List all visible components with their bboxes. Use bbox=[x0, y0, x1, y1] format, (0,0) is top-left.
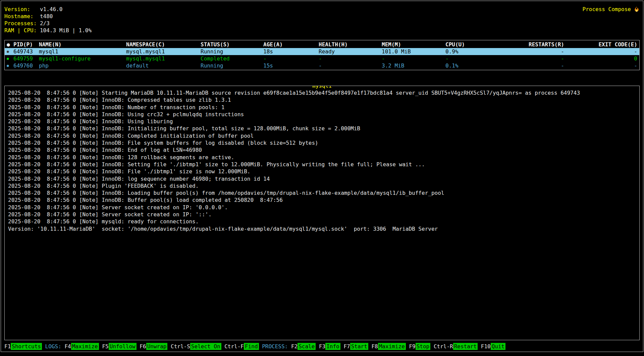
shortcut-key-f3: F3 bbox=[319, 343, 325, 350]
process-cpu: 0.9% bbox=[445, 48, 493, 55]
log-line: 2025-08-20 8:47:56 0 [Note] InnoDB: Sett… bbox=[8, 161, 636, 168]
column-header-age-a[interactable]: AGE(A) bbox=[263, 41, 319, 48]
process-exit-code: - bbox=[564, 62, 637, 69]
shortcut-info-button[interactable]: Info bbox=[325, 343, 340, 350]
shortcut-stop-button[interactable]: Stop bbox=[416, 343, 431, 350]
process-name: php bbox=[39, 62, 126, 69]
shortcut-maximize-button[interactable]: Maximize bbox=[71, 343, 99, 350]
header-field-label: Hostname: bbox=[4, 13, 40, 20]
shortcut-scale-button[interactable]: Scale bbox=[298, 343, 316, 350]
log-line: 2025-08-20 8:47:56 0 [Note] InnoDB: Load… bbox=[8, 189, 636, 196]
column-header-pid-p[interactable]: PID(P) bbox=[13, 41, 39, 48]
process-namespace: mysql.mysql1 bbox=[126, 55, 201, 62]
log-line: 2025-08-20 8:47:56 0 [Note] Server socke… bbox=[8, 204, 636, 211]
log-line: 2025-08-20 8:47:56 0 [Note] InnoDB: File… bbox=[8, 168, 636, 175]
column-header-namespace-c[interactable]: NAMESPACE(C) bbox=[126, 41, 201, 48]
shortcut-quit-button[interactable]: Quit bbox=[491, 343, 506, 350]
log-line: 2025-08-20 8:47:56 0 [Note] mysqld: read… bbox=[8, 218, 636, 225]
log-line: 2025-08-20 8:47:56 0 [Note] InnoDB: Buff… bbox=[8, 196, 636, 204]
shortcut-category-logs: LOGS: bbox=[45, 343, 61, 350]
process-mem: - bbox=[382, 55, 445, 62]
log-line: 2025-08-20 8:47:56 0 [Note] Starting Mar… bbox=[8, 89, 636, 96]
column-header-restarts-r[interactable]: RESTARTS(R) bbox=[493, 41, 564, 48]
process-exit-code: 0 bbox=[564, 55, 637, 62]
process-row-php[interactable]: ●649760phpdefaultRunning15s-3.2 MiB0.1%-… bbox=[5, 62, 639, 69]
column-header-exit-code-e[interactable]: EXIT CODE(E) bbox=[564, 41, 637, 48]
shortcut-key-f1: F1 bbox=[4, 343, 11, 350]
log-line: 2025-08-20 8:47:56 0 [Note] InnoDB: Usin… bbox=[8, 111, 636, 118]
status-icon-column-header[interactable]: ● bbox=[7, 41, 13, 48]
shortcut-key-f5: F5 bbox=[102, 343, 108, 350]
process-status: Running bbox=[201, 48, 263, 55]
process-status: Completed bbox=[201, 55, 263, 62]
shortcut-find-button[interactable]: Find bbox=[244, 343, 259, 350]
process-health: Ready bbox=[319, 48, 382, 55]
column-header-cpu-u[interactable]: CPU(U) bbox=[445, 41, 493, 48]
process-restarts: - bbox=[493, 48, 564, 55]
log-line: 2025-08-20 8:47:56 0 [Note] InnoDB: Comp… bbox=[8, 132, 636, 139]
log-panel[interactable]: mysql1 2025-08-20 8:47:56 0 [Note] Start… bbox=[4, 86, 640, 340]
shortcut-restart-button[interactable]: Restart bbox=[453, 343, 478, 350]
process-name: mysql1-configure bbox=[39, 55, 126, 62]
log-line: Version: '10.11.11-MariaDB' socket: '/ho… bbox=[8, 225, 636, 232]
shortcut-key-ctrl-f: Ctrl-F bbox=[224, 343, 244, 350]
process-status: Running bbox=[201, 62, 263, 69]
column-header-name-n[interactable]: NAME(N) bbox=[39, 41, 126, 48]
header-field: RAM | CPU:104.3 MiB | 1.0% bbox=[4, 27, 92, 34]
column-header-health-h[interactable]: HEALTH(H) bbox=[319, 41, 382, 48]
column-header-mem-m[interactable]: MEM(M) bbox=[382, 41, 445, 48]
process-pid: 649760 bbox=[13, 62, 39, 69]
log-line: 2025-08-20 8:47:56 0 [Note] InnoDB: log … bbox=[8, 175, 636, 182]
shortcut-key-f6: F6 bbox=[140, 343, 146, 350]
status-dot-icon: ● bbox=[7, 55, 13, 62]
header-field: Hostname:t480 bbox=[4, 13, 92, 20]
process-health: - bbox=[319, 62, 382, 69]
app-title: Process Compose bbox=[583, 6, 640, 34]
process-row-mysql1-configure[interactable]: ●649759mysql1-configuremysql.mysql1Compl… bbox=[5, 55, 639, 62]
status-dot-icon: ● bbox=[7, 48, 13, 55]
shortcut-unfollow-button[interactable]: Unfollow bbox=[109, 343, 137, 350]
process-restarts: - bbox=[493, 55, 564, 62]
header-field-label: Version: bbox=[4, 6, 40, 13]
process-row-mysql1[interactable]: ●649743mysql1mysql.mysql1Running18sReady… bbox=[5, 48, 639, 55]
system-info: Version:v1.46.0Hostname:t480Processes:2/… bbox=[4, 6, 92, 34]
log-line: 2025-08-20 8:47:56 0 [Note] Plugin 'FEED… bbox=[8, 182, 636, 189]
status-dot-icon: ● bbox=[7, 62, 13, 69]
header-field-value: t480 bbox=[40, 13, 53, 19]
log-line: 2025-08-20 8:47:56 0 [Note] InnoDB: File… bbox=[8, 139, 636, 146]
app-window: Version:v1.46.0Hostname:t480Processes:2/… bbox=[1, 1, 643, 352]
shortcut-unwrap-button[interactable]: Unwrap bbox=[146, 343, 168, 350]
header-field-label: Processes: bbox=[4, 20, 40, 27]
header-field: Processes:2/3 bbox=[4, 20, 92, 27]
process-table: ●PID(P)NAME(N)NAMESPACE(C)STATUS(S)AGE(A… bbox=[4, 40, 640, 70]
shortcut-start-button[interactable]: Start bbox=[350, 343, 368, 350]
log-lines: 2025-08-20 8:47:56 0 [Note] Starting Mar… bbox=[8, 89, 636, 232]
shortcut-key-ctrl-r: Ctrl-R bbox=[434, 343, 453, 350]
log-line: 2025-08-20 8:47:56 0 [Note] InnoDB: Init… bbox=[8, 125, 636, 132]
process-exit-code: - bbox=[564, 48, 637, 55]
log-panel-title: mysql1 bbox=[312, 86, 332, 89]
log-line: 2025-08-20 8:47:56 0 [Note] InnoDB: Usin… bbox=[8, 118, 636, 125]
process-age: - bbox=[263, 55, 319, 62]
shortcut-key-f2: F2 bbox=[291, 343, 298, 350]
shortcut-shortcuts-button[interactable]: Shortcuts bbox=[11, 343, 42, 350]
process-age: 18s bbox=[263, 48, 319, 55]
log-line: 2025-08-20 8:47:56 0 [Note] InnoDB: Numb… bbox=[8, 104, 636, 111]
shortcut-key-f7: F7 bbox=[343, 343, 350, 350]
app-title-text: Process Compose bbox=[583, 6, 631, 13]
shortcut-key-f10: F10 bbox=[481, 343, 491, 350]
process-name: mysql1 bbox=[39, 48, 126, 55]
shortcut-key-f8: F8 bbox=[371, 343, 378, 350]
header-field-value: 104.3 MiB | 1.0% bbox=[40, 27, 92, 34]
process-namespace: mysql.mysql1 bbox=[126, 48, 201, 55]
column-header-status-s[interactable]: STATUS(S) bbox=[201, 41, 263, 48]
process-namespace: default bbox=[126, 62, 201, 69]
log-line: 2025-08-20 8:47:56 0 [Note] InnoDB: Comp… bbox=[8, 96, 636, 103]
header-field-value: 2/3 bbox=[40, 20, 50, 27]
header-field-value: v1.46.0 bbox=[40, 6, 62, 12]
log-line: 2025-08-20 8:47:56 0 [Note] InnoDB: End … bbox=[8, 146, 636, 153]
shortcut-maximize-button[interactable]: Maximize bbox=[378, 343, 406, 350]
shortcut-select-on-button[interactable]: Select On bbox=[190, 343, 221, 350]
process-cpu: - bbox=[445, 55, 493, 62]
shortcut-key-f9: F9 bbox=[409, 343, 415, 350]
